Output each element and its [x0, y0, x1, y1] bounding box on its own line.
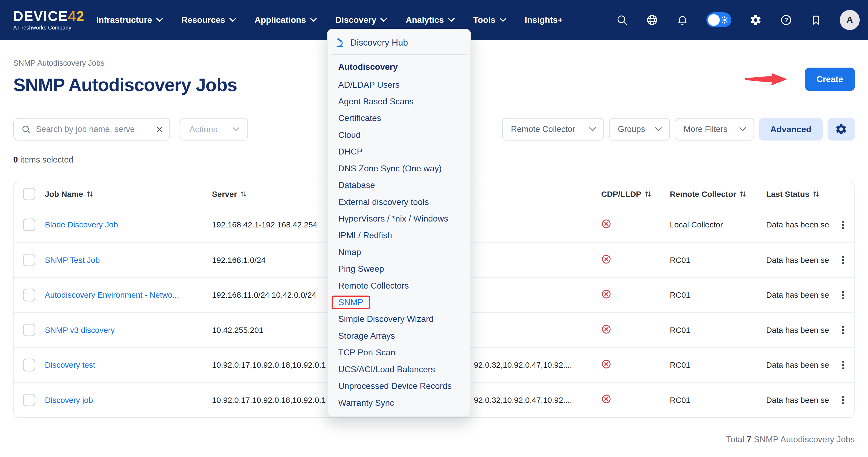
menu-item-dns-zone-sync-one-way[interactable]: DNS Zone Sync (One way)	[328, 160, 470, 177]
discovery-dropdown-menu: Discovery Hub Autodiscovery AD/LDAP User…	[327, 29, 471, 417]
row-checkbox[interactable]	[23, 219, 35, 231]
select-all-checkbox[interactable]	[23, 188, 35, 200]
nav-item-applications[interactable]: Applications	[255, 15, 317, 25]
menu-item-simple-discovery-wizard[interactable]: Simple Discovery Wizard	[328, 311, 470, 328]
nav-item-insights[interactable]: Insights+	[525, 15, 563, 25]
chevron-down-icon	[739, 127, 746, 132]
menu-item-label: DHCP	[338, 147, 363, 157]
menu-item-cloud[interactable]: Cloud	[328, 127, 470, 143]
menu-item-database[interactable]: Database	[328, 177, 470, 193]
menu-divider	[332, 54, 467, 55]
selected-count: 0	[13, 155, 18, 164]
menu-item-certificates[interactable]: Certificates	[328, 110, 470, 127]
cdp-lldp-cell	[594, 394, 663, 406]
nav-item-discovery[interactable]: Discovery	[335, 15, 388, 25]
chevron-down-icon	[310, 18, 317, 23]
row-actions-button[interactable]	[837, 254, 848, 267]
menu-section-header: Autodiscovery	[328, 58, 470, 77]
menu-item-agent-based-scans[interactable]: Agent Based Scans	[328, 93, 470, 110]
search-input-icon	[22, 125, 31, 134]
search-icon[interactable]	[616, 14, 628, 26]
sort-icon	[240, 190, 247, 197]
bookmark-icon[interactable]	[810, 14, 822, 26]
nav-item-infrastructure[interactable]: Infrastructure	[96, 15, 163, 25]
row-actions-button[interactable]	[837, 218, 848, 231]
menu-item-label: DNS Zone Sync (One way)	[338, 163, 442, 174]
menu-item-remote-collectors[interactable]: Remote Collectors	[328, 277, 470, 294]
last-status-cell: Data has been se	[759, 291, 837, 300]
row-actions-button[interactable]	[837, 359, 848, 371]
create-button[interactable]: Create	[805, 68, 855, 91]
row-checkbox[interactable]	[23, 254, 35, 266]
row-actions-cell	[837, 218, 855, 231]
job-name-link[interactable]: Blade Discovery Job	[45, 220, 118, 229]
row-checkbox[interactable]	[23, 359, 35, 371]
menu-item-dhcp[interactable]: DHCP	[328, 144, 470, 160]
search-input[interactable]	[36, 124, 154, 134]
actions-dropdown[interactable]: Actions	[180, 118, 248, 141]
row-actions-button[interactable]	[837, 288, 848, 301]
job-name-link[interactable]: SNMP v3 discovery	[45, 326, 115, 334]
menu-item-snmp[interactable]: SNMP	[328, 294, 470, 311]
server-value-overflow: 92.0.32,10.92.0.47,10.92....	[474, 396, 572, 405]
menu-item-ad-ldap-users[interactable]: AD/LDAP Users	[328, 77, 470, 93]
job-name-link[interactable]: Autodiscovery Environment - Netwo...	[45, 291, 179, 299]
help-icon[interactable]: ?	[780, 14, 792, 26]
job-name-cell: SNMP v3 discovery	[45, 326, 212, 335]
nav-item-tools[interactable]: Tools	[473, 15, 506, 25]
bell-icon[interactable]	[677, 14, 688, 26]
menu-item-label: Nmap	[338, 247, 361, 257]
menu-item-warranty-sync[interactable]: Warranty Sync	[328, 395, 470, 411]
nav-item-analytics[interactable]: Analytics	[406, 15, 455, 25]
menu-item-ipmi-redfish[interactable]: IPMI / Redfish	[328, 227, 470, 244]
column-header-cdp-lldp[interactable]: CDP/LLDP	[594, 190, 663, 199]
advanced-filters-button[interactable]: Advanced	[759, 118, 823, 141]
column-header-job-name[interactable]: Job Name	[45, 190, 212, 199]
server-value: 192.168.42.1-192.168.42.254	[212, 220, 317, 229]
menu-item-ping-sweep[interactable]: Ping Sweep	[328, 261, 470, 277]
job-name-link[interactable]: SNMP Test Job	[45, 255, 100, 265]
row-checkbox[interactable]	[23, 288, 35, 301]
logo-tagline: A Freshworks Company	[13, 25, 85, 31]
settings-icon[interactable]	[749, 14, 762, 26]
filter-dropdown-groups[interactable]: Groups	[609, 118, 670, 141]
table-settings-button[interactable]	[828, 118, 855, 141]
filter-group: Remote CollectorGroupsMore FiltersAdvanc…	[502, 118, 855, 141]
menu-item-hypervisors-nix-windows[interactable]: HyperVisors / *nix / Windows	[328, 210, 470, 227]
column-header-remote-collector[interactable]: Remote Collector	[663, 190, 759, 199]
job-name-link[interactable]: Discovery test	[45, 361, 95, 369]
cdp-lldp-cell	[594, 289, 663, 301]
menu-item-nmap[interactable]: Nmap	[328, 244, 470, 261]
row-checkbox[interactable]	[23, 394, 35, 406]
filter-dropdown-remote-collector[interactable]: Remote Collector	[502, 118, 604, 141]
row-actions-button[interactable]	[837, 324, 848, 337]
main-menu: InfrastructureResourcesApplicationsDisco…	[96, 15, 563, 25]
menu-item-storage-arrays[interactable]: Storage Arrays	[328, 328, 470, 344]
user-avatar[interactable]: A	[840, 10, 860, 30]
last-status-cell: Data has been se	[759, 361, 837, 370]
sun-icon	[721, 16, 728, 26]
menu-item-tcp-port-scan[interactable]: TCP Port Scan	[328, 344, 470, 361]
server-value: 10.42.255.201	[212, 326, 263, 334]
chevron-down-icon	[232, 127, 240, 132]
discovery-menu-list: AD/LDAP UsersAgent Based ScansCertificat…	[328, 77, 470, 411]
menu-item-external-discovery-tools[interactable]: External discovery tools	[328, 194, 470, 210]
logo-wordmark: DEVICE42	[13, 9, 85, 24]
svg-text:?: ?	[784, 17, 788, 24]
job-name-link[interactable]: Discovery job	[45, 396, 93, 404]
device42-logo[interactable]: DEVICE42 A Freshworks Company	[13, 9, 85, 31]
menu-item-unprocessed-device-records[interactable]: Unprocessed Device Records	[328, 377, 470, 394]
nav-item-resources[interactable]: Resources	[182, 15, 237, 25]
menu-item-ucs-aci-load-balancers[interactable]: UCS/ACI/Load Balancers	[328, 361, 470, 377]
chevron-down-icon	[156, 18, 163, 23]
theme-toggle[interactable]	[706, 12, 731, 27]
row-checkbox[interactable]	[23, 324, 35, 336]
row-actions-button[interactable]	[837, 394, 848, 406]
filter-dropdown-more-filters[interactable]: More Filters	[675, 118, 754, 141]
column-header-last-status[interactable]: Last Status	[759, 190, 837, 199]
clear-search-icon[interactable]: ×	[154, 124, 163, 135]
globe-icon[interactable]	[646, 14, 658, 26]
nav-item-label: Applications	[255, 15, 306, 25]
remote-collector-cell: RC01	[663, 361, 759, 370]
menu-item-discovery-hub[interactable]: Discovery Hub	[328, 34, 470, 52]
